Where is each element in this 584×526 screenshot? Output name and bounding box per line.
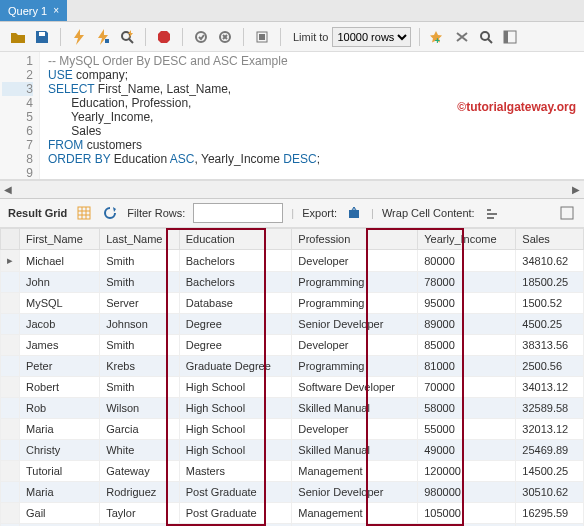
cell[interactable]: 89000 bbox=[418, 314, 516, 335]
cell[interactable]: Garcia bbox=[100, 419, 180, 440]
cell[interactable]: Senior Developer bbox=[292, 482, 418, 503]
column-header[interactable]: Sales bbox=[516, 229, 584, 250]
cell[interactable]: 1500.52 bbox=[516, 293, 584, 314]
cell[interactable]: 16295.59 bbox=[516, 503, 584, 524]
cell[interactable]: John bbox=[20, 272, 100, 293]
cell[interactable]: Skilled Manual bbox=[292, 398, 418, 419]
cell[interactable]: Developer bbox=[292, 419, 418, 440]
cell[interactable]: 105000 bbox=[418, 503, 516, 524]
commit-icon[interactable] bbox=[191, 27, 211, 47]
cell[interactable]: 85000 bbox=[418, 335, 516, 356]
panel-toggle-icon[interactable] bbox=[558, 204, 576, 222]
column-header[interactable]: First_Name bbox=[20, 229, 100, 250]
cell[interactable]: Software Developer bbox=[292, 377, 418, 398]
cell[interactable]: Michael bbox=[20, 250, 100, 272]
stop-icon[interactable] bbox=[154, 27, 174, 47]
cell[interactable]: 49000 bbox=[418, 440, 516, 461]
cell[interactable]: White bbox=[100, 440, 180, 461]
cell[interactable]: 38313.56 bbox=[516, 335, 584, 356]
cell[interactable]: Tutorial bbox=[20, 461, 100, 482]
cell[interactable]: 32589.58 bbox=[516, 398, 584, 419]
cell[interactable]: Programming bbox=[292, 293, 418, 314]
export-icon[interactable] bbox=[345, 204, 363, 222]
cell[interactable]: Christy bbox=[20, 440, 100, 461]
cell[interactable]: Graduate Degree bbox=[179, 356, 292, 377]
table-row[interactable]: RobertSmithHigh SchoolSoftware Developer… bbox=[1, 377, 584, 398]
cell[interactable]: Programming bbox=[292, 272, 418, 293]
cell[interactable]: Degree bbox=[179, 314, 292, 335]
cell[interactable]: Bachelors bbox=[179, 272, 292, 293]
cell[interactable]: 2500.56 bbox=[516, 356, 584, 377]
cell[interactable]: 55000 bbox=[418, 419, 516, 440]
favorite-icon[interactable]: + bbox=[428, 27, 448, 47]
cell[interactable]: Robert bbox=[20, 377, 100, 398]
cell[interactable]: 81000 bbox=[418, 356, 516, 377]
cell[interactable]: Johnson bbox=[100, 314, 180, 335]
tab-query-1[interactable]: Query 1 × bbox=[0, 0, 67, 21]
cell[interactable]: 95000 bbox=[418, 293, 516, 314]
beautify-icon[interactable] bbox=[452, 27, 472, 47]
sql-editor[interactable]: 1 2 3 4 5 6 7 8 9 -- MySQL Order By DESC… bbox=[0, 52, 584, 180]
cell[interactable]: Maria bbox=[20, 419, 100, 440]
cell[interactable]: 980000 bbox=[418, 482, 516, 503]
table-row[interactable]: RobWilsonHigh SchoolSkilled Manual580003… bbox=[1, 398, 584, 419]
cell[interactable]: Senior Developer bbox=[292, 314, 418, 335]
cell[interactable]: Maria bbox=[20, 482, 100, 503]
toggle-panel-icon[interactable] bbox=[500, 27, 520, 47]
table-row[interactable]: TutorialGatewayMastersManagement12000014… bbox=[1, 461, 584, 482]
open-icon[interactable] bbox=[8, 27, 28, 47]
cell[interactable]: High School bbox=[179, 398, 292, 419]
table-row[interactable]: JacobJohnsonDegreeSenior Developer890004… bbox=[1, 314, 584, 335]
filter-input[interactable] bbox=[193, 203, 283, 223]
cell[interactable]: James bbox=[20, 335, 100, 356]
cell[interactable]: Database bbox=[179, 293, 292, 314]
column-header[interactable]: Education bbox=[179, 229, 292, 250]
cell[interactable]: 58000 bbox=[418, 398, 516, 419]
cell[interactable]: 70000 bbox=[418, 377, 516, 398]
table-row[interactable]: MariaGarciaHigh SchoolDeveloper550003201… bbox=[1, 419, 584, 440]
column-header[interactable]: Profession bbox=[292, 229, 418, 250]
cell[interactable]: Rodriguez bbox=[100, 482, 180, 503]
grid-icon[interactable] bbox=[75, 204, 93, 222]
cell[interactable]: Rob bbox=[20, 398, 100, 419]
cell[interactable]: 4500.25 bbox=[516, 314, 584, 335]
cell[interactable]: Smith bbox=[100, 377, 180, 398]
table-row[interactable]: JohnSmithBachelorsProgramming7800018500.… bbox=[1, 272, 584, 293]
refresh-icon[interactable] bbox=[101, 204, 119, 222]
table-row[interactable]: GailTaylorPost GraduateManagement1050001… bbox=[1, 503, 584, 524]
column-header[interactable]: Last_Name bbox=[100, 229, 180, 250]
table-row[interactable]: JamesSmithDegreeDeveloper8500038313.56 bbox=[1, 335, 584, 356]
cell[interactable]: Post Graduate bbox=[179, 503, 292, 524]
cell[interactable]: Masters bbox=[179, 461, 292, 482]
cell[interactable]: Gateway bbox=[100, 461, 180, 482]
wrap-icon[interactable] bbox=[483, 204, 501, 222]
column-header[interactable]: Yearly_Income bbox=[418, 229, 516, 250]
save-icon[interactable] bbox=[32, 27, 52, 47]
limit-select[interactable]: 10000 rows bbox=[332, 27, 411, 47]
cell[interactable]: Gail bbox=[20, 503, 100, 524]
cell[interactable]: Degree bbox=[179, 335, 292, 356]
search-icon[interactable] bbox=[476, 27, 496, 47]
execute-current-icon[interactable] bbox=[93, 27, 113, 47]
cell[interactable]: Developer bbox=[292, 335, 418, 356]
cell[interactable]: Smith bbox=[100, 250, 180, 272]
code-area[interactable]: -- MySQL Order By DESC and ASC Example U… bbox=[40, 52, 584, 179]
scroll-right-icon[interactable]: ▶ bbox=[568, 184, 584, 195]
cell[interactable]: Programming bbox=[292, 356, 418, 377]
cell[interactable]: Peter bbox=[20, 356, 100, 377]
cell[interactable]: Bachelors bbox=[179, 250, 292, 272]
cell[interactable]: Management bbox=[292, 503, 418, 524]
cell[interactable]: 18500.25 bbox=[516, 272, 584, 293]
cell[interactable]: 78000 bbox=[418, 272, 516, 293]
cell[interactable]: 25469.89 bbox=[516, 440, 584, 461]
table-row[interactable]: ▸MichaelSmithBachelorsDeveloper800003481… bbox=[1, 250, 584, 272]
cell[interactable]: 80000 bbox=[418, 250, 516, 272]
cell[interactable]: 14500.25 bbox=[516, 461, 584, 482]
cell[interactable]: 34810.62 bbox=[516, 250, 584, 272]
cell[interactable]: 34013.12 bbox=[516, 377, 584, 398]
editor-hscroll[interactable]: ◀ ▶ bbox=[0, 180, 584, 198]
table-row[interactable]: ChristyWhiteHigh SchoolSkilled Manual490… bbox=[1, 440, 584, 461]
close-icon[interactable]: × bbox=[53, 5, 59, 16]
cell[interactable]: Skilled Manual bbox=[292, 440, 418, 461]
cell[interactable]: Post Graduate bbox=[179, 482, 292, 503]
